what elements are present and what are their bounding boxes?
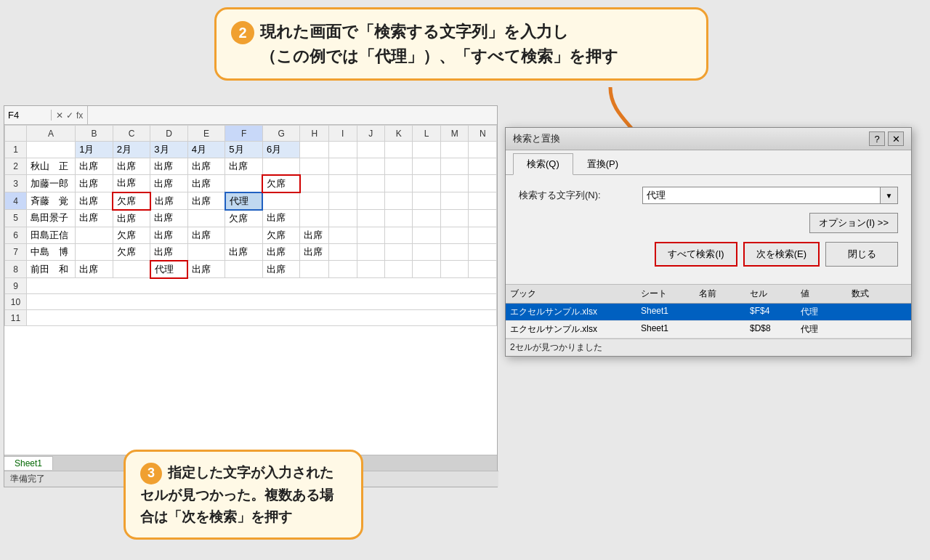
- cell-M6[interactable]: [440, 227, 468, 243]
- cell-A3[interactable]: 加藤一郎: [27, 175, 76, 192]
- cell-A1[interactable]: [27, 142, 76, 158]
- cell-C2[interactable]: 出席: [113, 158, 150, 175]
- cell-F7[interactable]: 出席: [225, 243, 263, 261]
- cell-L6[interactable]: [413, 227, 440, 243]
- col-header-C[interactable]: C: [113, 126, 150, 142]
- col-header-L[interactable]: L: [413, 126, 440, 142]
- cell-L3[interactable]: [413, 175, 440, 192]
- cell-K2[interactable]: [384, 158, 412, 175]
- cell-N5[interactable]: [469, 210, 497, 227]
- cell-F5[interactable]: 欠席: [225, 210, 263, 227]
- result-row-1[interactable]: エクセルサンプル.xlsx Sheet1 $F$4 代理: [506, 304, 911, 321]
- cell-E7[interactable]: [187, 243, 225, 261]
- tab-replace[interactable]: 置換(P): [573, 153, 632, 174]
- cell-E4[interactable]: 出席: [187, 192, 225, 210]
- cell-K8[interactable]: [384, 261, 412, 278]
- cell-I3[interactable]: [329, 175, 357, 192]
- cell-H2[interactable]: [300, 158, 329, 175]
- cell-B2[interactable]: 出席: [76, 158, 113, 175]
- cell-J1[interactable]: [357, 142, 384, 158]
- tab-search[interactable]: 検索(Q): [513, 153, 573, 175]
- cell-K5[interactable]: [384, 210, 412, 227]
- cell-G3[interactable]: 欠席: [262, 175, 300, 192]
- cell-M7[interactable]: [440, 243, 468, 261]
- cell-I2[interactable]: [329, 158, 357, 175]
- col-header-B[interactable]: B: [76, 126, 113, 142]
- cell-H8[interactable]: [300, 261, 329, 278]
- cell-I8[interactable]: [329, 261, 357, 278]
- result-row-2[interactable]: エクセルサンプル.xlsx Sheet1 $D$8 代理: [506, 321, 911, 338]
- cell-L4[interactable]: [413, 192, 440, 210]
- sheet-tab-sheet1[interactable]: Sheet1: [4, 456, 53, 470]
- cell-F6[interactable]: [225, 227, 263, 243]
- cell-M1[interactable]: [440, 142, 468, 158]
- cell-D8[interactable]: 代理: [150, 261, 188, 278]
- cell-E1[interactable]: 4月: [187, 142, 225, 158]
- cell-K3[interactable]: [384, 175, 412, 192]
- col-header-M[interactable]: M: [440, 126, 468, 142]
- cell-C3[interactable]: 出席: [113, 175, 150, 192]
- cell-J7[interactable]: [357, 243, 384, 261]
- cell-N6[interactable]: [469, 227, 497, 243]
- cell-I7[interactable]: [329, 243, 357, 261]
- cell-G6[interactable]: 欠席: [262, 227, 300, 243]
- cell-A8[interactable]: 前田 和: [27, 261, 76, 278]
- cell-N3[interactable]: [469, 175, 497, 192]
- cell-D5[interactable]: 出席: [150, 210, 188, 227]
- cell-J2[interactable]: [357, 158, 384, 175]
- cell-I5[interactable]: [329, 210, 357, 227]
- cell-B6[interactable]: [76, 227, 113, 243]
- close-button[interactable]: 閉じる: [825, 242, 898, 267]
- cell-A2[interactable]: 秋山 正: [27, 158, 76, 175]
- cell-L5[interactable]: [413, 210, 440, 227]
- col-header-A[interactable]: A: [27, 126, 76, 142]
- cell-E8[interactable]: 出席: [187, 261, 225, 278]
- col-header-K[interactable]: K: [384, 126, 412, 142]
- cell-B3[interactable]: 出席: [76, 175, 113, 192]
- cell-L8[interactable]: [413, 261, 440, 278]
- cell-B5[interactable]: 出席: [76, 210, 113, 227]
- cell-I6[interactable]: [329, 227, 357, 243]
- col-header-F[interactable]: F: [225, 126, 263, 142]
- cell-L2[interactable]: [413, 158, 440, 175]
- cell-A5[interactable]: 島田景子: [27, 210, 76, 227]
- cell-H1[interactable]: [300, 142, 329, 158]
- search-next-button[interactable]: 次を検索(E): [743, 242, 820, 267]
- col-header-E[interactable]: E: [187, 126, 225, 142]
- cell-G7[interactable]: 出席: [262, 243, 300, 261]
- cell-B1[interactable]: 1月: [76, 142, 113, 158]
- cell-D4[interactable]: 出席: [150, 192, 188, 210]
- cell-H7[interactable]: 出席: [300, 243, 329, 261]
- cell-I1[interactable]: [329, 142, 357, 158]
- cell-F2[interactable]: 出席: [225, 158, 263, 175]
- cell-N2[interactable]: [469, 158, 497, 175]
- cell-G4[interactable]: [262, 192, 300, 210]
- cell-K4[interactable]: [384, 192, 412, 210]
- cell-A6[interactable]: 田島正信: [27, 227, 76, 243]
- cell-F8[interactable]: [225, 261, 263, 278]
- cell-C8[interactable]: [113, 261, 150, 278]
- col-header-J[interactable]: J: [357, 126, 384, 142]
- col-header-H[interactable]: H: [300, 126, 329, 142]
- cell-M4[interactable]: [440, 192, 468, 210]
- cell-K7[interactable]: [384, 243, 412, 261]
- cell-C6[interactable]: 欠席: [113, 227, 150, 243]
- cell-A4[interactable]: 斉藤 覚: [27, 192, 76, 210]
- cell-E6[interactable]: 出席: [187, 227, 225, 243]
- cell-H4[interactable]: [300, 192, 329, 210]
- cell-L7[interactable]: [413, 243, 440, 261]
- search-all-button[interactable]: すべて検索(I): [655, 242, 737, 267]
- col-header-N[interactable]: N: [469, 126, 497, 142]
- cell-M3[interactable]: [440, 175, 468, 192]
- cell-B8[interactable]: 出席: [76, 261, 113, 278]
- cell-J8[interactable]: [357, 261, 384, 278]
- cell-N1[interactable]: [469, 142, 497, 158]
- cell-D7[interactable]: 出席: [150, 243, 188, 261]
- cell-B4[interactable]: 出席: [76, 192, 113, 210]
- cell-B7[interactable]: [76, 243, 113, 261]
- confirm-formula-icon[interactable]: ✓: [66, 110, 73, 121]
- col-header-I[interactable]: I: [329, 126, 357, 142]
- cell-J6[interactable]: [357, 227, 384, 243]
- cell-C4[interactable]: 欠席: [113, 192, 150, 210]
- col-header-G[interactable]: G: [262, 126, 300, 142]
